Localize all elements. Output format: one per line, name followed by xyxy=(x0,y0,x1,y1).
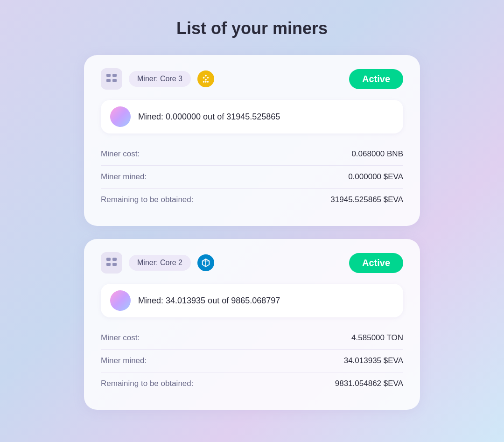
coin-icon-ton xyxy=(197,254,214,271)
stats-label-2-0: Miner cost: xyxy=(101,333,140,343)
miner-grid-icon-2 xyxy=(105,256,118,269)
svg-rect-0 xyxy=(106,74,111,77)
mined-text-2: Mined: 34.013935 out of 9865.068797 xyxy=(138,296,280,306)
miner-name-2: Miner: Core 2 xyxy=(129,255,191,271)
stats-table-1: Miner cost: 0.068000 BNB Miner mined: 0.… xyxy=(101,143,403,211)
miner-card-1: Miner: Core 3 Active Mined: 0.000000 out… xyxy=(84,55,420,226)
coin-icon-bnb xyxy=(197,70,214,87)
stats-label-2-1: Miner mined: xyxy=(101,356,147,365)
miner-icon-box-2 xyxy=(101,252,122,274)
stats-value-2-2: 9831.054862 $EVA xyxy=(335,379,403,388)
stats-row-1-2: Remaining to be obtained: 31945.525865 $… xyxy=(101,189,403,211)
miner-icon-box-1 xyxy=(101,68,122,90)
stats-label-1-1: Miner mined: xyxy=(101,172,147,182)
miner-grid-icon-1 xyxy=(105,72,118,85)
svg-rect-3 xyxy=(112,79,117,82)
mined-progress-row-1: Mined: 0.000000 out of 31945.525865 xyxy=(101,100,403,133)
active-badge-2: Active xyxy=(349,253,403,273)
mined-text-1: Mined: 0.000000 out of 31945.525865 xyxy=(138,112,280,122)
stats-row-2-0: Miner cost: 4.585000 TON xyxy=(101,327,403,350)
miners-list: Miner: Core 3 Active Mined: 0.000000 out… xyxy=(84,55,420,410)
miner-card-2: Miner: Core 2 Active Mined: 34.013935 ou… xyxy=(84,239,420,410)
miner-header-2: Miner: Core 2 Active xyxy=(101,252,403,274)
stats-label-1-2: Remaining to be obtained: xyxy=(101,195,193,204)
bnb-svg xyxy=(201,74,211,84)
ton-svg xyxy=(201,258,211,268)
svg-rect-2 xyxy=(106,79,111,82)
stats-value-2-0: 4.585000 TON xyxy=(351,333,403,343)
stats-value-1-1: 0.000000 $EVA xyxy=(348,172,403,182)
svg-rect-1 xyxy=(112,74,117,77)
miner-name-1: Miner: Core 3 xyxy=(129,71,191,87)
active-badge-1: Active xyxy=(349,69,403,89)
stats-table-2: Miner cost: 4.585000 TON Miner mined: 34… xyxy=(101,327,403,395)
stats-value-1-0: 0.068000 BNB xyxy=(351,149,403,159)
page-title: List of your miners xyxy=(176,19,328,38)
svg-rect-5 xyxy=(112,258,117,261)
stats-row-2-1: Miner mined: 34.013935 $EVA xyxy=(101,350,403,372)
svg-rect-6 xyxy=(106,263,111,266)
stats-value-2-1: 34.013935 $EVA xyxy=(344,356,403,365)
stats-row-1-1: Miner mined: 0.000000 $EVA xyxy=(101,166,403,189)
mined-orb-2 xyxy=(110,290,131,311)
mined-progress-row-2: Mined: 34.013935 out of 9865.068797 xyxy=(101,284,403,317)
svg-rect-4 xyxy=(106,258,111,261)
stats-row-1-0: Miner cost: 0.068000 BNB xyxy=(101,143,403,166)
stats-label-1-0: Miner cost: xyxy=(101,149,140,159)
stats-label-2-2: Remaining to be obtained: xyxy=(101,379,193,388)
svg-rect-7 xyxy=(112,263,117,266)
stats-value-1-2: 31945.525865 $EVA xyxy=(330,195,403,204)
stats-row-2-2: Remaining to be obtained: 9831.054862 $E… xyxy=(101,372,403,395)
miner-header-1: Miner: Core 3 Active xyxy=(101,68,403,90)
mined-orb-1 xyxy=(110,106,131,127)
